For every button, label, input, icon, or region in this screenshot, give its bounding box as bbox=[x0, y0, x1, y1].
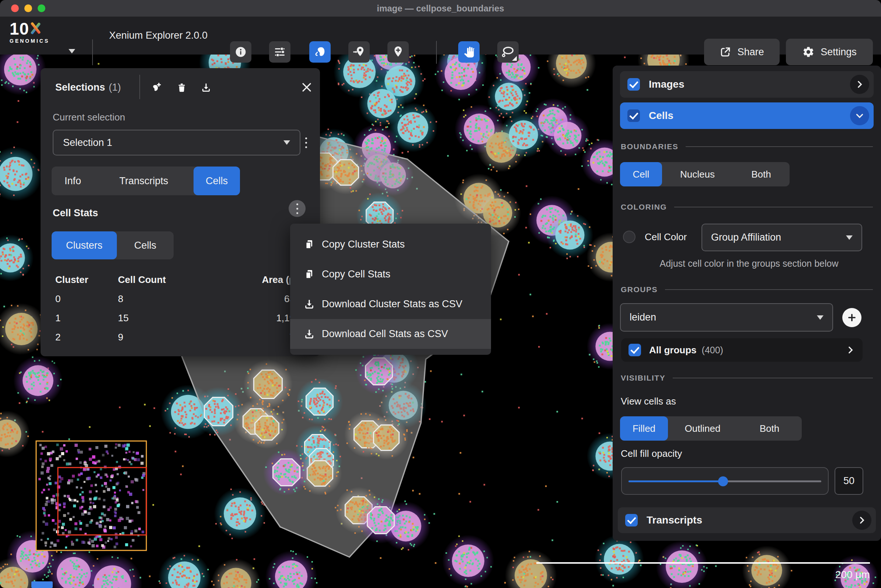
cell-color-dropdown[interactable]: Group Affiliation bbox=[702, 224, 862, 251]
coloring-hint: Adjust cell color in the groups section … bbox=[639, 258, 860, 269]
display-settings-button[interactable] bbox=[269, 41, 290, 63]
lasso-button[interactable] bbox=[497, 41, 519, 63]
menu-item-download-cell-stats[interactable]: Download Cell Stats as CSV bbox=[290, 319, 491, 349]
menu-item-copy-cluster-stats[interactable]: Copy Cluster Stats bbox=[290, 230, 491, 260]
coloring-section-label: COLORING bbox=[621, 202, 873, 212]
boundaries-cell[interactable]: Cell bbox=[620, 162, 662, 186]
images-checkbox[interactable] bbox=[627, 78, 640, 91]
all-groups-checkbox[interactable] bbox=[628, 344, 641, 356]
transcripts-checkbox[interactable] bbox=[625, 514, 638, 526]
table-row: 1 15 1,19 bbox=[55, 308, 295, 327]
scale-bar-label: 200 μm bbox=[792, 569, 870, 580]
cell-fill-opacity-label: Cell fill opacity bbox=[621, 448, 682, 459]
share-button[interactable]: Share bbox=[704, 39, 780, 65]
toggle-cells[interactable]: Cells bbox=[117, 231, 174, 260]
chevron-down-icon bbox=[817, 315, 824, 320]
tab-cells[interactable]: Cells bbox=[194, 166, 240, 195]
brand-dropdown-caret[interactable] bbox=[69, 49, 75, 53]
gear-icon bbox=[802, 46, 815, 58]
all-groups-count: (400) bbox=[702, 345, 846, 356]
chevron-down-icon bbox=[283, 140, 290, 145]
kebab-icon bbox=[296, 203, 298, 214]
trash-icon bbox=[176, 82, 187, 93]
go-to-location-button[interactable] bbox=[348, 41, 370, 63]
boundaries-both[interactable]: Both bbox=[733, 162, 789, 186]
cell-color-swatch[interactable] bbox=[623, 231, 636, 243]
toggle-clusters[interactable]: Clusters bbox=[52, 231, 117, 260]
view-both[interactable]: Both bbox=[737, 416, 802, 441]
slider-thumb[interactable] bbox=[718, 476, 728, 486]
col-area: Area (μ bbox=[229, 274, 295, 285]
toolbar-divider bbox=[92, 39, 93, 65]
settings-button[interactable]: Settings bbox=[786, 39, 873, 65]
tab-info[interactable]: Info bbox=[52, 166, 94, 195]
table-row: 2 9 7 bbox=[55, 327, 295, 346]
info-icon bbox=[235, 46, 247, 58]
cell-boundaries-button[interactable] bbox=[309, 41, 331, 63]
scale-bar bbox=[536, 562, 870, 564]
pan-button[interactable] bbox=[458, 41, 480, 63]
close-icon bbox=[301, 81, 313, 94]
menu-item-download-cluster-stats[interactable]: Download Cluster Stats as CSV bbox=[290, 289, 491, 319]
selection-dropdown[interactable]: Selection 1 bbox=[53, 130, 301, 156]
chevron-right-icon[interactable] bbox=[846, 345, 855, 355]
download-icon bbox=[304, 298, 322, 310]
cell-boundaries-icon bbox=[313, 45, 326, 58]
all-groups-row[interactable]: All groups (400) bbox=[621, 338, 863, 362]
cluster-stats-table: Cluster Cell Count Area (μ 0 8 63 1 15 1… bbox=[55, 270, 295, 346]
app-version: Xenium Explorer 2.0.0 bbox=[109, 16, 207, 54]
header-divider bbox=[139, 75, 140, 99]
opacity-slider[interactable] bbox=[621, 467, 828, 495]
boundaries-nucleus[interactable]: Nucleus bbox=[662, 162, 733, 186]
add-pin-button[interactable] bbox=[388, 41, 409, 63]
cells-checkbox[interactable] bbox=[627, 110, 640, 122]
view-filled[interactable]: Filled bbox=[620, 416, 668, 441]
images-label: Images bbox=[649, 78, 850, 90]
transcripts-layer-row[interactable]: Transcripts bbox=[618, 507, 876, 533]
title-bar: image — cellpose_boundaries bbox=[0, 0, 881, 16]
add-selection-icon bbox=[150, 82, 162, 94]
plus-icon bbox=[847, 313, 857, 322]
cells-layer-row[interactable]: Cells bbox=[620, 102, 873, 129]
menu-item-copy-cell-stats[interactable]: Copy Cell Stats bbox=[290, 260, 491, 289]
view-cells-toggle: Filled Outlined Both bbox=[620, 416, 802, 441]
tab-transcripts[interactable]: Transcripts bbox=[94, 166, 194, 195]
sliders-icon bbox=[274, 46, 286, 58]
chevron-down-icon bbox=[855, 111, 864, 120]
info-button[interactable] bbox=[230, 41, 251, 63]
add-selection-button[interactable] bbox=[150, 81, 162, 94]
boundaries-toggle: Cell Nucleus Both bbox=[620, 162, 789, 186]
brand-x-glyph bbox=[29, 22, 42, 36]
cell-stats-menu-button[interactable] bbox=[289, 200, 305, 217]
images-expand-button[interactable] bbox=[850, 75, 869, 94]
minimap[interactable] bbox=[36, 441, 146, 550]
groups-section-label: GROUPS bbox=[621, 285, 873, 294]
share-label: Share bbox=[737, 46, 764, 58]
slider-track bbox=[628, 480, 821, 482]
selection-menu-button[interactable] bbox=[299, 135, 313, 150]
selection-tabs: Info Transcripts Cells bbox=[52, 166, 240, 195]
cells-label: Cells bbox=[649, 110, 850, 122]
selections-count: (1) bbox=[109, 82, 121, 93]
download-selection-button[interactable] bbox=[200, 81, 212, 94]
cells-collapse-button[interactable] bbox=[850, 106, 869, 125]
main-toolbar: 10 GENOMICS Xenium Explorer 2.0.0 bbox=[0, 16, 881, 54]
brand-genomics: GENOMICS bbox=[10, 38, 65, 44]
stats-view-toggle: Clusters Cells bbox=[52, 231, 174, 260]
settings-label: Settings bbox=[821, 46, 857, 58]
delete-selection-button[interactable] bbox=[176, 81, 188, 94]
xenium-explorer-window: 200 μm image — cellpose_boundaries 10 GE… bbox=[0, 0, 881, 588]
view-cells-as-label: View cells as bbox=[621, 396, 676, 407]
transcripts-expand-button[interactable] bbox=[852, 511, 871, 530]
add-group-button[interactable] bbox=[842, 308, 861, 327]
brand-10: 10 bbox=[10, 20, 29, 37]
close-panel-button[interactable] bbox=[299, 79, 315, 95]
selections-title: Selections bbox=[55, 82, 105, 93]
groups-dropdown[interactable]: leiden bbox=[620, 303, 833, 332]
chevron-down-icon bbox=[846, 236, 852, 240]
visibility-section-label: VISIBILITY bbox=[621, 374, 873, 382]
view-outlined[interactable]: Outlined bbox=[668, 416, 737, 441]
groups-dropdown-value: leiden bbox=[630, 312, 817, 323]
images-layer-row[interactable]: Images bbox=[620, 71, 873, 98]
copy-icon bbox=[304, 239, 322, 250]
